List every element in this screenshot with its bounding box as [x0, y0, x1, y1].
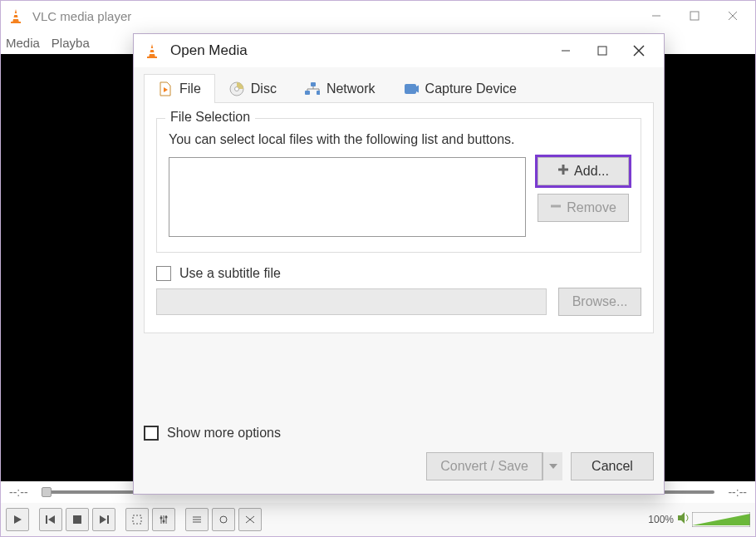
time-total: --:--	[728, 485, 747, 499]
maximize-button[interactable]	[675, 2, 714, 29]
subtitle-file-input	[156, 288, 547, 315]
convert-save-button[interactable]: Convert / Save	[426, 452, 562, 480]
dialog-maximize-button[interactable]	[584, 38, 621, 63]
show-more-label: Show more options	[167, 426, 281, 441]
tab-network-label: Network	[326, 81, 376, 96]
cancel-button-label: Cancel	[592, 459, 633, 474]
tab-capture-label: Capture Device	[425, 81, 517, 96]
menu-media[interactable]: Media	[6, 36, 40, 50]
svg-rect-3	[11, 22, 21, 23]
prev-button[interactable]	[39, 508, 62, 531]
dialog-minimize-button[interactable]	[547, 38, 584, 63]
play-button[interactable]	[6, 508, 29, 531]
dialog-close-button[interactable]	[621, 38, 657, 63]
loop-button[interactable]	[212, 508, 235, 531]
svg-rect-47	[405, 84, 416, 94]
stop-button[interactable]	[66, 508, 89, 531]
subtitle-checkbox-label: Use a subtitle file	[179, 266, 281, 281]
speaker-icon[interactable]	[677, 511, 692, 528]
shuffle-button[interactable]	[238, 508, 262, 531]
svg-marker-29	[149, 44, 155, 57]
svg-rect-9	[46, 515, 47, 524]
svg-marker-10	[48, 515, 55, 524]
close-button[interactable]	[714, 2, 752, 29]
vlc-cone-icon	[7, 7, 24, 24]
file-icon	[158, 81, 173, 96]
svg-marker-26	[678, 512, 685, 524]
vlc-cone-icon	[144, 42, 160, 59]
file-selection-legend: File Selection	[165, 110, 255, 125]
main-titlebar: VLC media player	[1, 1, 755, 31]
svg-rect-5	[690, 12, 699, 20]
next-button[interactable]	[92, 508, 115, 531]
convert-save-label: Convert / Save	[440, 459, 528, 474]
chevron-down-icon[interactable]	[542, 452, 562, 480]
svg-rect-42	[317, 91, 320, 95]
svg-marker-0	[12, 9, 19, 22]
tabs: File Disc Network Capture Device	[144, 74, 654, 103]
svg-rect-11	[73, 515, 81, 524]
svg-marker-48	[416, 85, 419, 93]
fullscreen-button[interactable]	[125, 508, 149, 531]
svg-rect-30	[150, 48, 155, 50]
minus-icon	[550, 200, 562, 215]
svg-marker-52	[549, 464, 557, 469]
remove-button-label: Remove	[567, 200, 616, 215]
main-window-title: VLC media player	[32, 9, 637, 23]
tab-disc[interactable]: Disc	[215, 74, 291, 103]
svg-rect-41	[305, 91, 310, 95]
file-selection-group: File Selection You can select local file…	[156, 118, 641, 253]
tab-file[interactable]: File	[144, 74, 215, 103]
svg-rect-32	[147, 57, 157, 58]
capture-icon	[404, 81, 419, 96]
toolbar: 100%	[1, 503, 755, 536]
time-elapsed: --:--	[9, 485, 28, 499]
show-more-checkbox[interactable]	[144, 426, 159, 441]
svg-rect-13	[107, 515, 109, 524]
svg-rect-31	[149, 52, 155, 54]
tab-file-label: File	[179, 81, 201, 96]
file-list[interactable]	[169, 157, 526, 237]
svg-point-39	[234, 87, 238, 91]
volume-label: 100%	[648, 514, 674, 525]
browse-button[interactable]: Browse...	[558, 288, 641, 316]
add-button-label: Add...	[574, 164, 609, 179]
svg-point-19	[163, 520, 165, 523]
playlist-button[interactable]	[185, 508, 209, 531]
svg-point-20	[165, 516, 168, 519]
subtitle-checkbox[interactable]	[156, 266, 171, 281]
svg-rect-1	[13, 13, 18, 15]
minimize-button[interactable]	[637, 2, 675, 29]
tab-capture[interactable]: Capture Device	[390, 74, 531, 103]
svg-rect-34	[598, 47, 606, 55]
tab-network[interactable]: Network	[291, 74, 390, 103]
open-media-dialog: Open Media File Disc Network Capture Dev	[133, 33, 665, 495]
file-selection-instruction: You can select local files with the foll…	[169, 132, 629, 147]
disc-icon	[229, 81, 244, 96]
plus-icon	[557, 164, 569, 179]
svg-rect-2	[12, 17, 18, 19]
tab-disc-label: Disc	[251, 81, 277, 96]
browse-button-label: Browse...	[572, 294, 628, 309]
dialog-title: Open Media	[170, 42, 547, 59]
svg-rect-14	[133, 515, 141, 524]
dialog-titlebar: Open Media	[134, 34, 664, 67]
svg-rect-40	[311, 82, 316, 86]
menu-playback[interactable]: Playba	[52, 36, 90, 50]
volume-slider[interactable]	[692, 512, 750, 527]
svg-point-18	[160, 517, 163, 520]
svg-marker-8	[14, 515, 22, 524]
network-icon	[305, 81, 320, 96]
add-button[interactable]: Add...	[538, 157, 629, 185]
svg-marker-12	[100, 515, 106, 524]
svg-marker-27	[692, 514, 750, 525]
settings-button[interactable]	[152, 508, 175, 531]
remove-button[interactable]: Remove	[538, 194, 629, 222]
cancel-button[interactable]: Cancel	[571, 452, 654, 480]
